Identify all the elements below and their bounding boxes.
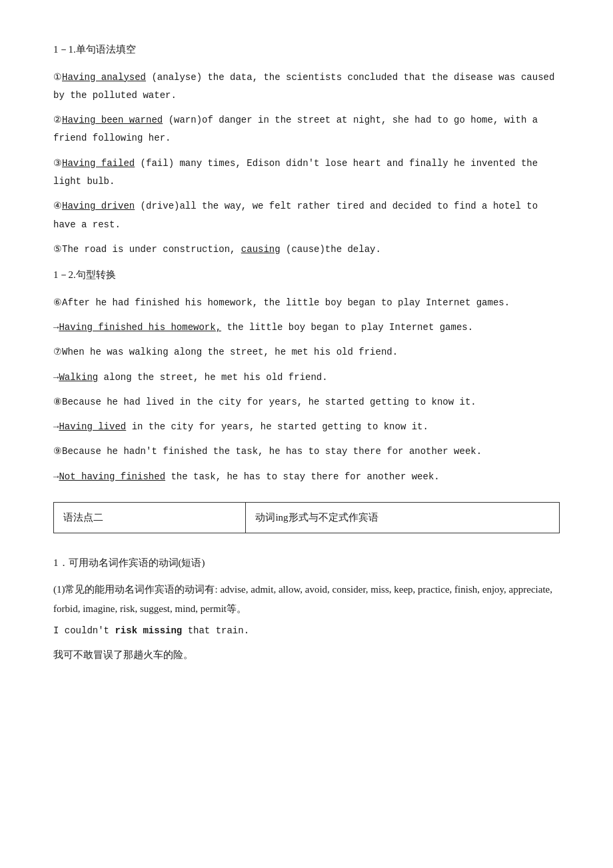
sentence-1: ①Having analysed (analyse) the data, the… <box>53 69 560 105</box>
section3-title: 1．可用动名词作宾语的动词(短语) <box>53 553 560 573</box>
sentence-2: ②Having been warned (warn)of danger in t… <box>53 111 560 148</box>
grammar-table-col2: 动词ing形式与不定式作宾语 <box>246 503 560 533</box>
sentence-4-answer: Having driven <box>62 201 135 211</box>
sentence-4: ④Having driven (drive)all the way, we fe… <box>53 197 560 234</box>
section2-title: 1－2.句型转换 <box>53 265 560 285</box>
sentence-3-num: ③ <box>53 158 62 169</box>
translation: 我可不敢冒误了那趟火车的险。 <box>53 645 560 665</box>
sentence-3-answer: Having failed <box>62 158 135 169</box>
transform-8-original: ⑧Because he had lived in the city for ye… <box>53 393 560 411</box>
sentence-5-num: ⑤ <box>53 244 62 255</box>
sentence-1-num: ① <box>53 72 62 83</box>
section1-title: 1－1.单句语法填空 <box>53 40 560 59</box>
transform-9-original: ⑨Because he hadn't finished the task, he… <box>53 443 560 461</box>
sentence-3: ③Having failed (fail) many times, Edison… <box>53 155 560 191</box>
transform-6-answer: →Having finished his homework, the littl… <box>53 319 560 337</box>
grammar-table-col1: 语法点二 <box>54 503 246 533</box>
transform-7-answer: →Walking along the street, he met his ol… <box>53 369 560 387</box>
section3-sub1: (1)常见的能用动名词作宾语的动词有: advise, admit, allow… <box>53 580 560 618</box>
sentence-1-answer: Having analysed <box>62 72 146 83</box>
sentence-5: ⑤The road is under construction, causing… <box>53 241 560 259</box>
transform-9-answer: →Not having finished the task, he has to… <box>53 468 560 486</box>
example-sentence: I couldn't risk missing that train. <box>53 622 560 640</box>
transform-6-original: ⑥After he had finished his homework, the… <box>53 294 560 312</box>
grammar-table: 语法点二 动词ing形式与不定式作宾语 <box>53 502 560 533</box>
sentence-2-answer: Having been warned <box>62 115 163 125</box>
sentence-5-answer: causing <box>241 244 281 255</box>
sentence-4-num: ④ <box>53 201 62 211</box>
sentence-2-num: ② <box>53 115 62 125</box>
example-bold: risk missing <box>115 625 182 636</box>
transform-7-original: ⑦When he was walking along the street, h… <box>53 343 560 361</box>
transform-8-answer: →Having lived in the city for years, he … <box>53 418 560 436</box>
